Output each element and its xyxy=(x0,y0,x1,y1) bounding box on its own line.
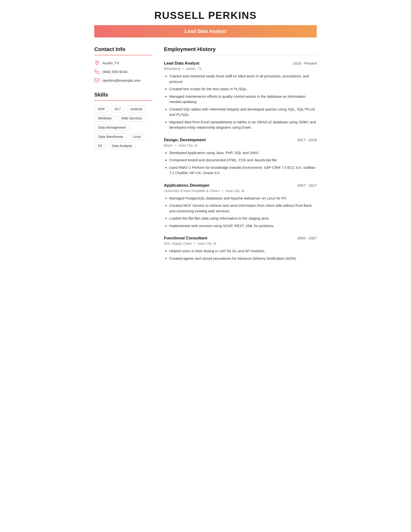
location-icon xyxy=(94,60,100,66)
job-entry: Design, Development 2017 - 2018 Bayer • … xyxy=(164,138,317,176)
company-name: Bayer xyxy=(164,143,173,147)
skill-tag: ERP xyxy=(94,106,109,113)
skill-tag: FA xyxy=(94,142,106,149)
job-company: Bloomberg • Austin, TX xyxy=(164,67,317,71)
job-company: University of Iowa Hospitals & Clinics •… xyxy=(164,189,317,193)
candidate-title: Lead Data Analyst xyxy=(185,28,226,34)
job-title: Design, Development xyxy=(164,138,206,142)
job-title: Functional Consultant xyxy=(164,236,207,241)
separator: • xyxy=(194,242,195,246)
skill-tag: Windows xyxy=(94,115,115,122)
skill-tag: Data Analysis xyxy=(108,142,136,149)
phone-text: (940) 555-5034 xyxy=(103,70,127,74)
job-bullets: Developed Application using Java, PHP, S… xyxy=(164,150,317,176)
contact-location: Austin, TX xyxy=(94,60,152,66)
job-header: Lead Data Analyst 2018 - Present xyxy=(164,61,317,66)
resume-wrapper: RUSSELL PERKINS Lead Data Analyst Contac… xyxy=(89,0,322,283)
job-title: Lead Data Analyst xyxy=(164,61,199,66)
job-header: Design, Development 2017 - 2018 xyxy=(164,138,317,142)
candidate-title-bar: Lead Data Analyst xyxy=(94,25,317,38)
contact-phone: (940) 555-5034 xyxy=(94,69,152,74)
bullet-item: Managed maintenance efforts to quality c… xyxy=(169,94,317,105)
job-header: Functional Consultant 2005 - 2007 xyxy=(164,236,317,241)
skill-tag: HL7 xyxy=(111,106,124,113)
employment-section-title: Employment History xyxy=(164,46,317,52)
job-bullets: Managed PostgreSQL databases and Apache … xyxy=(164,196,317,229)
company-location: Austin, TX xyxy=(186,67,202,71)
company-name: University of Iowa Hospitals & Clinics xyxy=(164,189,220,193)
job-entry: Lead Data Analyst 2018 - Present Bloombe… xyxy=(164,61,317,130)
bullet-item: Managed PostgreSQL databases and Apache … xyxy=(169,196,317,201)
separator: • xyxy=(222,189,223,193)
skill-tag: Data Warehouse xyxy=(94,133,127,140)
job-company: DHL Supply Chain • Iowa City, IA xyxy=(164,242,317,246)
bullet-item: Created test scripts for the test cases … xyxy=(169,86,317,92)
bullet-item: Developed Application using Java, PHP, S… xyxy=(169,150,317,156)
bullet-item: Helped users in their testing in UAT for… xyxy=(169,248,317,254)
svg-rect-1 xyxy=(95,79,99,82)
bullet-item: Used RWD U Perform for knowledge transfe… xyxy=(169,165,317,176)
job-entry: Applications Developer 2007 - 2017 Unive… xyxy=(164,183,317,229)
bullet-item: Loaded the flat files data using Informa… xyxy=(169,216,317,221)
company-location: Iowa City, IA xyxy=(197,242,216,246)
separator: • xyxy=(175,143,176,147)
skills-section: Skills ERPHL7AndroidWindowsWeb ServicesD… xyxy=(94,92,152,149)
job-bullets: Trained and mentored newly hired staff o… xyxy=(164,74,317,130)
phone-icon xyxy=(94,69,100,74)
job-header: Applications Developer 2007 - 2017 xyxy=(164,183,317,188)
sidebar: Contact Info Austin, TX (940) 555-5034 xyxy=(94,46,152,268)
skill-tag: Android xyxy=(127,106,146,113)
employment-divider xyxy=(164,55,317,55)
bullet-item: Created agents and stored procedures for… xyxy=(169,256,317,261)
company-location: Iowa City, IA xyxy=(179,143,197,147)
candidate-name: RUSSELL PERKINS xyxy=(94,10,317,21)
bullet-item: Migrated data from Excel spreadsheets to… xyxy=(169,119,317,130)
main-layout: Contact Info Austin, TX (940) 555-5034 xyxy=(94,46,317,268)
company-name: DHL Supply Chain xyxy=(164,242,192,246)
contact-section: Contact Info Austin, TX (940) 555-5034 xyxy=(94,46,152,83)
company-name: Bloomberg xyxy=(164,67,180,71)
skills-tags-container: ERPHL7AndroidWindowsWeb ServicesData Man… xyxy=(94,106,152,149)
employment-list: Lead Data Analyst 2018 - Present Bloombe… xyxy=(164,61,317,261)
bullet-item: Trained and mentored newly hired staff o… xyxy=(169,74,317,84)
job-dates: 2017 - 2018 xyxy=(297,138,317,142)
svg-point-0 xyxy=(96,62,98,63)
skill-tag: Data Management xyxy=(94,124,129,131)
email-icon xyxy=(94,78,100,83)
skills-divider xyxy=(94,100,152,101)
bullet-item: Created SQL tables with referential inte… xyxy=(169,107,317,117)
location-text: Austin, TX xyxy=(103,61,119,65)
contact-email: rperkins@example.com xyxy=(94,78,152,83)
job-company: Bayer • Iowa City, IA xyxy=(164,143,317,147)
skill-tag: Web Services xyxy=(118,115,146,122)
bullet-item: Composed tested and documented HTML, CSS… xyxy=(169,157,317,163)
email-text: rperkins@example.com xyxy=(103,78,141,83)
bullet-item: Implemented web services using SOAP, RES… xyxy=(169,223,317,229)
job-dates: 2005 - 2007 xyxy=(297,236,317,240)
skill-tag: Linux xyxy=(129,133,145,140)
bullet-item: Created WCF Service to retrieve and send… xyxy=(169,203,317,214)
main-content: Employment History Lead Data Analyst 201… xyxy=(164,46,317,268)
contact-section-title: Contact Info xyxy=(94,46,152,52)
skills-section-title: Skills xyxy=(94,92,152,98)
separator: • xyxy=(183,67,184,71)
job-bullets: Helped users in their testing in UAT for… xyxy=(164,248,317,261)
job-dates: 2018 - Present xyxy=(293,61,317,65)
job-entry: Functional Consultant 2005 - 2007 DHL Su… xyxy=(164,236,317,261)
job-dates: 2007 - 2017 xyxy=(297,183,317,187)
job-title: Applications Developer xyxy=(164,183,210,188)
contact-divider xyxy=(94,55,152,55)
company-location: Iowa City, IA xyxy=(225,189,244,193)
